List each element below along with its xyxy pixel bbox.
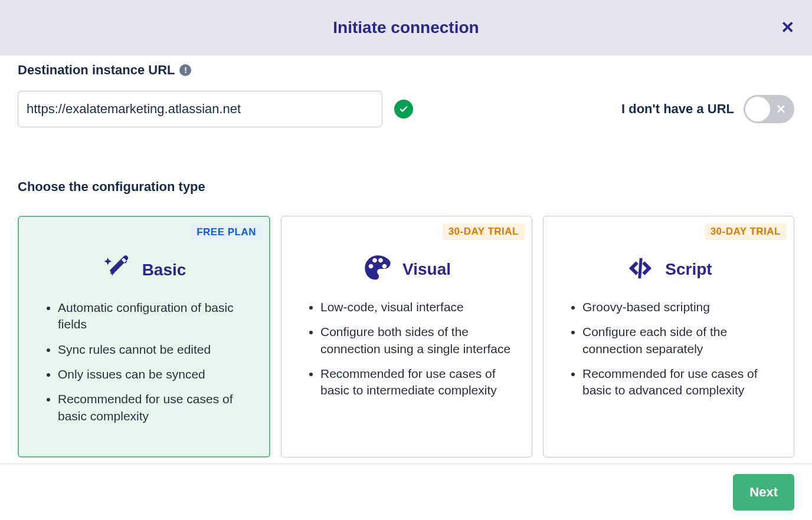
toggle-x-icon: ✕ bbox=[776, 103, 786, 115]
card-head-script: Script bbox=[558, 253, 780, 286]
list-item: Automatic configuration of basic fields bbox=[58, 300, 255, 333]
no-url-toggle[interactable]: ✕ bbox=[744, 95, 794, 123]
badge-free-plan: FREE PLAN bbox=[191, 224, 262, 241]
palette-icon bbox=[362, 253, 393, 286]
list-item: Configure each side of the connection se… bbox=[582, 324, 780, 357]
close-button[interactable]: ✕ bbox=[781, 19, 794, 36]
badge-trial-script: 30-DAY TRIAL bbox=[705, 223, 787, 240]
config-card-basic[interactable]: FREE PLAN Basic Automatic configuration … bbox=[18, 216, 270, 458]
card-head-visual: Visual bbox=[296, 253, 518, 286]
card-title-script: Script bbox=[665, 260, 712, 279]
no-url-wrap: I don't have a URL ✕ bbox=[621, 95, 794, 123]
badge-trial-visual: 30-DAY TRIAL bbox=[443, 223, 525, 240]
card-bullets-basic: Automatic configuration of basic fields … bbox=[33, 300, 255, 424]
check-icon bbox=[394, 100, 413, 119]
config-cards-row: FREE PLAN Basic Automatic configuration … bbox=[18, 216, 794, 458]
url-row: I don't have a URL ✕ bbox=[18, 91, 794, 127]
list-item: Only issues can be synced bbox=[58, 366, 255, 383]
modal-header: Initiate connection ✕ bbox=[0, 0, 812, 55]
list-item: Configure both sides of the connection u… bbox=[320, 324, 518, 357]
card-bullets-visual: Low-code, visual interface Configure bot… bbox=[296, 299, 518, 399]
list-item: Recommended for use cases of basic to in… bbox=[320, 366, 518, 399]
list-item: Groovy-based scripting bbox=[582, 299, 780, 315]
config-card-script[interactable]: 30-DAY TRIAL Script Groovy-based scripti… bbox=[543, 216, 794, 458]
url-left bbox=[18, 91, 610, 127]
code-icon bbox=[625, 253, 656, 286]
card-head-basic: Basic bbox=[33, 254, 255, 287]
next-button[interactable]: Next bbox=[733, 474, 794, 511]
config-card-visual[interactable]: 30-DAY TRIAL Visual Low-code, visual int… bbox=[281, 216, 532, 458]
config-type-label: Choose the configuration type bbox=[18, 179, 794, 195]
card-title-visual: Visual bbox=[402, 260, 451, 279]
list-item: Recommended for use cases of basic to ad… bbox=[582, 366, 780, 399]
card-title-basic: Basic bbox=[142, 261, 186, 279]
toggle-knob bbox=[745, 97, 770, 121]
list-item: Recommended for use cases of basic compl… bbox=[58, 391, 255, 424]
destination-url-label-text: Destination instance URL bbox=[18, 62, 175, 78]
footer-bar: Next bbox=[0, 463, 812, 520]
modal-title: Initiate connection bbox=[333, 18, 479, 37]
info-icon[interactable]: ! bbox=[179, 64, 191, 76]
modal-body: Destination instance URL ! I don't have … bbox=[0, 55, 812, 458]
close-icon: ✕ bbox=[781, 18, 794, 37]
destination-url-input[interactable] bbox=[18, 91, 382, 127]
list-item: Sync rules cannot be edited bbox=[58, 341, 255, 358]
list-item: Low-code, visual interface bbox=[320, 299, 518, 315]
card-bullets-script: Groovy-based scripting Configure each si… bbox=[558, 299, 780, 399]
destination-url-label: Destination instance URL ! bbox=[18, 62, 794, 78]
wand-icon bbox=[102, 254, 133, 287]
no-url-label: I don't have a URL bbox=[621, 101, 734, 117]
